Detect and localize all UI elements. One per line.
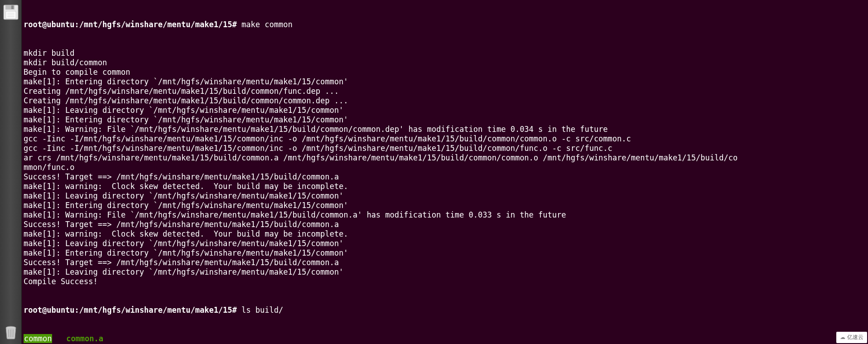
watermark-logo-icon: ☁ (840, 333, 845, 342)
terminal-output: mkdir buildmkdir build/commonBegin to co… (24, 48, 866, 286)
terminal-output-line: Creating /mnt/hgfs/winshare/mentu/make1/… (24, 96, 866, 106)
terminal-output-line: mkdir build/common (24, 58, 866, 68)
terminal-output-line: make[1]: Leaving directory `/mnt/hgfs/wi… (24, 267, 866, 277)
trash-icon[interactable] (1, 322, 20, 341)
terminal-output-line: make[1]: Warning: File `/mnt/hgfs/winsha… (24, 125, 866, 134)
terminal-output-line: Begin to compile common (24, 68, 866, 77)
floppy-disk-icon[interactable] (1, 3, 20, 22)
terminal-output-line: mkdir build (24, 48, 866, 58)
terminal-output-line: Compile Success! (24, 277, 866, 286)
terminal-output-line: make[1]: warning: Clock skew detected. Y… (24, 229, 866, 239)
terminal-output-line: make[1]: Entering directory `/mnt/hgfs/w… (24, 201, 866, 210)
terminal-output-line: gcc -Iinc -I/mnt/hgfs/winshare/mentu/mak… (24, 144, 866, 153)
shell-prompt: root@ubuntu:/mnt/hgfs/winshare/mentu/mak… (24, 305, 237, 315)
terminal-line: root@ubuntu:/mnt/hgfs/winshare/mentu/mak… (24, 20, 866, 29)
ls-directory: common (24, 334, 52, 343)
ls-file: common.a (66, 334, 103, 343)
terminal-output-line: make[1]: Warning: File `/mnt/hgfs/winsha… (24, 210, 866, 220)
watermark-badge: ☁ 亿速云 (836, 332, 867, 343)
terminal-output-line: make[1]: Leaving directory `/mnt/hgfs/wi… (24, 191, 866, 201)
terminal-output-line: make[1]: Entering directory `/mnt/hgfs/w… (24, 115, 866, 125)
launcher-sidebar (0, 0, 22, 344)
terminal-output-line: make[1]: warning: Clock skew detected. Y… (24, 182, 866, 191)
terminal-output-line: make[1]: Entering directory `/mnt/hgfs/w… (24, 248, 866, 258)
svg-line-10 (13, 329, 13, 337)
terminal-output-line: Success! Target ==> /mnt/hgfs/winshare/m… (24, 258, 866, 267)
terminal-output-line: make[1]: Leaving directory `/mnt/hgfs/wi… (24, 106, 866, 115)
terminal-output-line: ar crs /mnt/hgfs/winshare/mentu/make1/15… (24, 153, 866, 163)
command-text: make common (237, 20, 293, 29)
svg-rect-2 (11, 5, 14, 9)
terminal-output-line: mmon/func.o (24, 163, 866, 172)
terminal-output-line: make[1]: Entering directory `/mnt/hgfs/w… (24, 77, 866, 87)
terminal-line: root@ubuntu:/mnt/hgfs/winshare/mentu/mak… (24, 305, 866, 315)
terminal-pane[interactable]: root@ubuntu:/mnt/hgfs/winshare/mentu/mak… (22, 0, 868, 344)
terminal-output-line: make[1]: Leaving directory `/mnt/hgfs/wi… (24, 239, 866, 248)
ls-output-line: common common.a (24, 334, 866, 344)
terminal-output-line: Success! Target ==> /mnt/hgfs/winshare/m… (24, 172, 866, 182)
svg-line-8 (9, 329, 9, 337)
terminal-output-line: Creating /mnt/hgfs/winshare/mentu/make1/… (24, 87, 866, 96)
shell-prompt: root@ubuntu:/mnt/hgfs/winshare/mentu/mak… (24, 20, 237, 29)
terminal-output-line: Success! Target ==> /mnt/hgfs/winshare/m… (24, 220, 866, 229)
terminal-output-line: gcc -Iinc -I/mnt/hgfs/winshare/mentu/mak… (24, 134, 866, 144)
watermark-text: 亿速云 (847, 333, 863, 342)
command-text: ls build/ (237, 305, 283, 315)
